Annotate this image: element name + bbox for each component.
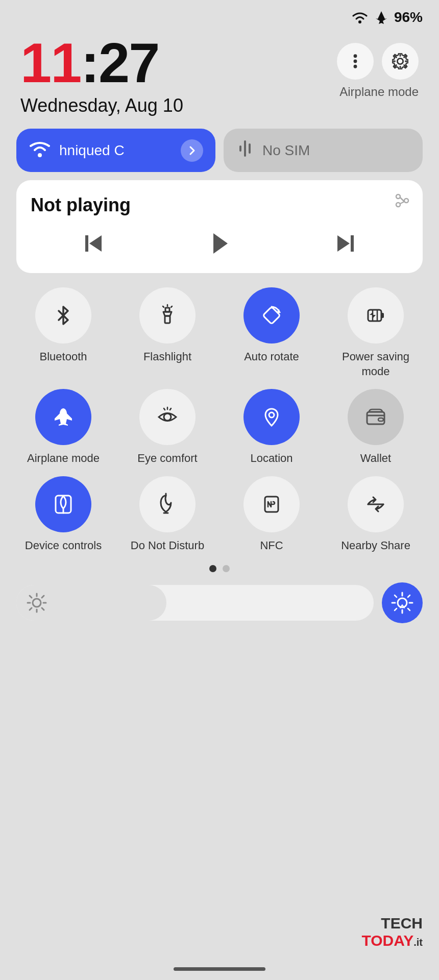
watermark-domain: .it <box>413 937 423 948</box>
autorotate-circle <box>243 287 300 344</box>
wifi-tile-icon <box>29 139 51 162</box>
sim-icon <box>236 139 254 162</box>
svg-line-32 <box>170 408 171 410</box>
donotdisturb-circle <box>139 476 196 532</box>
svg-rect-15 <box>85 235 88 252</box>
sim-label: No SIM <box>262 142 310 159</box>
svg-point-1 <box>354 54 357 58</box>
brightness-icon <box>27 593 47 613</box>
svg-point-5 <box>38 153 42 157</box>
svg-point-40 <box>33 599 41 607</box>
svg-point-11 <box>404 199 408 203</box>
clock-colon: : <box>81 31 99 94</box>
svg-line-33 <box>164 408 165 410</box>
media-section: Not playing <box>0 172 439 273</box>
svg-rect-19 <box>165 316 170 323</box>
tiles-section: hniqued C No SIM <box>0 116 439 172</box>
quick-tile-location[interactable]: Location <box>225 389 319 466</box>
quick-tile-nearbyshare[interactable]: Nearby Share <box>329 476 423 553</box>
devicecontrols-circle <box>35 476 91 532</box>
svg-rect-18 <box>351 235 354 252</box>
wifi-ssid: hniqued C <box>59 142 173 159</box>
svg-point-0 <box>358 20 361 23</box>
status-icons: 96% <box>351 9 423 26</box>
svg-line-55 <box>408 608 410 610</box>
quick-tiles-grid: Bluetooth Flashlight Auto rotate <box>0 273 439 553</box>
clock-section: 11:27 Wednesday, Aug 10 Airplane mode <box>0 30 439 116</box>
airplane-mode-label: Airplane mode <box>339 85 419 99</box>
sim-tile[interactable]: No SIM <box>224 129 423 172</box>
flashlight-circle <box>139 287 196 344</box>
location-label: Location <box>250 451 292 466</box>
bluetooth-circle <box>35 287 91 344</box>
media-share-icon[interactable] <box>392 190 410 213</box>
svg-line-45 <box>30 596 32 598</box>
svg-line-13 <box>400 202 404 204</box>
svg-point-3 <box>354 65 357 68</box>
quick-tile-nfc[interactable]: NFC <box>225 476 319 553</box>
airplanemode-circle <box>35 389 91 445</box>
more-options-button[interactable] <box>337 43 374 80</box>
svg-line-12 <box>400 198 404 202</box>
svg-line-57 <box>395 608 397 610</box>
svg-line-54 <box>395 595 397 597</box>
clock-date: Wednesday, Aug 10 <box>20 95 183 116</box>
location-circle <box>243 389 300 445</box>
quick-tile-airplanemode[interactable]: Airplane mode <box>16 389 110 466</box>
svg-point-30 <box>164 413 171 421</box>
svg-line-22 <box>171 306 172 307</box>
quick-tile-eyecomfort[interactable]: Eye comfort <box>120 389 214 466</box>
quick-tile-flashlight[interactable]: Flashlight <box>120 287 214 379</box>
wallet-label: Wallet <box>360 451 391 466</box>
watermark-tech: TECH <box>381 915 423 932</box>
wifi-tile[interactable]: hniqued C <box>16 129 215 172</box>
powersaving-circle <box>348 287 404 344</box>
quick-tile-donotdisturb[interactable]: Do Not Disturb <box>120 476 214 553</box>
svg-rect-20 <box>165 308 169 312</box>
airplane-status-icon <box>374 10 389 25</box>
home-indicator <box>174 967 265 971</box>
wifi-status-icon <box>351 11 369 24</box>
devicecontrols-label: Device controls <box>25 538 102 553</box>
quick-tile-autorotate[interactable]: Auto rotate <box>225 287 319 379</box>
clock-controls: Airplane mode <box>337 43 419 99</box>
clock-time: 11:27 <box>20 35 183 91</box>
svg-marker-14 <box>89 235 102 252</box>
clock-hour: 11 <box>20 31 81 94</box>
eyecomfort-circle <box>139 389 196 445</box>
svg-point-4 <box>397 58 403 64</box>
clock-minute: 27 <box>99 31 159 94</box>
watermark: TECH TODAY .it <box>362 915 423 949</box>
settings-button[interactable] <box>382 43 419 80</box>
dot-1 <box>209 565 216 572</box>
quick-tile-wallet[interactable]: Wallet <box>329 389 423 466</box>
nearbyshare-circle <box>348 476 404 532</box>
svg-marker-16 <box>213 233 228 254</box>
quick-tile-powersaving[interactable]: Power saving mode <box>329 287 423 379</box>
brightness-auto-button[interactable] <box>382 582 423 623</box>
brightness-slider[interactable] <box>16 585 374 621</box>
svg-marker-17 <box>337 235 350 252</box>
svg-point-34 <box>269 412 274 418</box>
svg-point-10 <box>396 203 400 207</box>
flashlight-label: Flashlight <box>143 350 191 364</box>
quick-tile-devicecontrols[interactable]: Device controls <box>16 476 110 553</box>
powersaving-label: Power saving mode <box>329 350 423 379</box>
nearbyshare-label: Nearby Share <box>341 538 410 553</box>
quick-tile-bluetooth[interactable]: Bluetooth <box>16 287 110 379</box>
svg-line-47 <box>42 596 44 598</box>
svg-point-2 <box>354 60 357 63</box>
brightness-row <box>0 572 439 623</box>
svg-line-46 <box>42 608 44 610</box>
svg-line-56 <box>408 595 410 597</box>
wifi-arrow[interactable] <box>181 139 203 162</box>
airplanemode-label: Airplane mode <box>27 451 100 466</box>
media-play-button[interactable] <box>196 226 243 261</box>
battery-level: 96% <box>394 9 423 26</box>
media-prev-button[interactable] <box>71 227 116 260</box>
clock-buttons <box>337 43 419 80</box>
media-next-button[interactable] <box>323 227 368 260</box>
nfc-circle <box>243 476 300 532</box>
watermark-today: TODAY <box>362 932 414 949</box>
autorotate-label: Auto rotate <box>244 350 299 364</box>
